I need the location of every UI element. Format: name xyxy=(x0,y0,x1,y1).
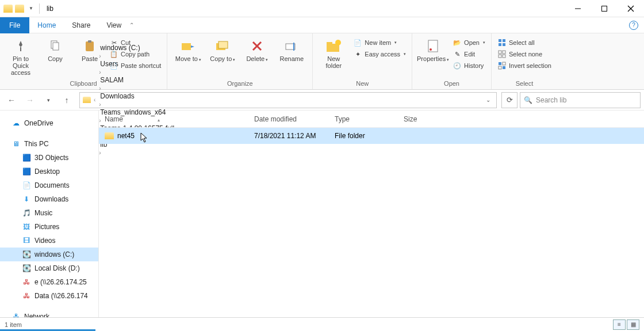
address-dropdown[interactable]: ⌄ xyxy=(482,97,494,103)
back-button[interactable]: ← xyxy=(3,92,20,108)
nav-item[interactable]: 🟦Desktop xyxy=(0,165,98,178)
nav-onedrive[interactable]: ☁OneDrive xyxy=(0,116,98,130)
svg-point-21 xyxy=(430,48,432,51)
share-tab[interactable]: Share xyxy=(64,17,98,33)
select-none-icon xyxy=(497,50,507,59)
nav-item[interactable]: 🎵Music xyxy=(0,206,98,220)
copy-icon xyxy=(47,38,63,54)
help-button[interactable]: ? xyxy=(629,21,638,30)
col-size[interactable]: Size xyxy=(404,115,450,123)
select-all-icon xyxy=(497,38,507,47)
maximize-button[interactable] xyxy=(591,0,618,17)
paste-icon xyxy=(82,38,98,54)
file-tab[interactable]: File xyxy=(0,17,29,33)
file-list: Name▴ Date modified Type Size net457/18/… xyxy=(99,111,644,317)
nav-item[interactable]: 💽windows (C:) xyxy=(0,248,98,261)
details-view-button[interactable]: ≡ xyxy=(613,319,626,330)
svg-rect-18 xyxy=(327,42,332,45)
nav-item[interactable]: 🖧Data (\\26.26.174 xyxy=(0,289,98,303)
nav-item[interactable]: 🎞Videos xyxy=(0,234,98,248)
file-row[interactable]: net457/18/2021 11:12 AMFile folder xyxy=(99,128,644,144)
new-item-button[interactable]: 📄New item▾ xyxy=(353,38,406,47)
nav-this-pc[interactable]: 🖥This PC xyxy=(0,137,98,151)
close-icon xyxy=(627,5,634,12)
chevron-right-icon[interactable]: › xyxy=(98,53,102,59)
select-all-button[interactable]: Select all xyxy=(497,38,551,47)
properties-button[interactable]: Properties▾ xyxy=(418,36,448,63)
folder-icon xyxy=(82,96,91,105)
delete-icon xyxy=(249,38,265,54)
nav-item[interactable]: 💽Local Disk (D:) xyxy=(0,261,98,275)
view-tab[interactable]: View xyxy=(98,17,129,33)
copy-to-button[interactable]: Copy to▾ xyxy=(208,36,237,63)
svg-rect-10 xyxy=(182,43,191,50)
svg-rect-25 xyxy=(503,43,505,46)
chevron-right-icon[interactable]: › xyxy=(98,69,102,75)
easy-access-button[interactable]: ✦Easy access▾ xyxy=(353,50,406,59)
delete-button[interactable]: Delete▾ xyxy=(242,36,272,63)
breadcrumb-segment[interactable]: Users xyxy=(98,60,177,68)
ribbon-group-open: Properties▾ 📂Open▾ ✎Edit 🕘History Open xyxy=(412,33,492,89)
breadcrumb-segment[interactable]: windows (C:) xyxy=(98,44,177,52)
window-title: lib xyxy=(43,5,53,13)
pin-quick-access-button[interactable]: Pin to Quick access xyxy=(6,36,36,76)
close-button[interactable] xyxy=(618,0,644,17)
group-label: Organize xyxy=(173,80,306,88)
chevron-right-icon[interactable]: › xyxy=(98,101,102,108)
nav-item[interactable]: 📄Documents xyxy=(0,178,98,192)
sort-indicator-icon: ▴ xyxy=(158,117,160,123)
chevron-right-icon[interactable]: › xyxy=(98,85,102,92)
rename-button[interactable]: Rename xyxy=(277,36,306,62)
folder-icon xyxy=(3,4,13,13)
refresh-button[interactable]: ⟳ xyxy=(501,92,518,108)
open-button[interactable]: 📂Open▾ xyxy=(453,38,485,47)
minimize-button[interactable] xyxy=(565,0,591,17)
address-bar[interactable]: ‹ windows (C:)›Users›SALAM›Downloads›Tea… xyxy=(79,92,497,108)
home-tab[interactable]: Home xyxy=(29,17,64,33)
select-none-button[interactable]: Select none xyxy=(497,50,551,59)
navigation-row: ← → ▾ ↑ ‹ windows (C:)›Users›SALAM›Downl… xyxy=(0,90,644,111)
edit-button[interactable]: ✎Edit xyxy=(453,50,485,59)
recent-dropdown[interactable]: ▾ xyxy=(40,92,56,108)
chevron-left-icon[interactable]: ‹ xyxy=(93,97,97,103)
nav-item-icon: 📄 xyxy=(22,181,31,190)
qat-dropdown[interactable]: ▼ xyxy=(26,6,36,11)
navigation-pane[interactable]: ☁OneDrive 🖥This PC 🟦3D Objects🟦Desktop📄D… xyxy=(0,111,99,317)
svg-rect-27 xyxy=(503,51,505,54)
thumbnails-view-button[interactable]: ▦ xyxy=(627,319,639,330)
collapse-ribbon-icon[interactable]: ⌃ xyxy=(129,22,134,28)
breadcrumb-segment[interactable]: Downloads xyxy=(98,92,177,100)
breadcrumb-segment[interactable]: SALAM xyxy=(98,76,177,84)
col-date[interactable]: Date modified xyxy=(254,115,335,123)
svg-rect-22 xyxy=(499,39,501,42)
svg-rect-7 xyxy=(53,43,59,50)
svg-rect-33 xyxy=(503,66,505,69)
col-name[interactable]: Name xyxy=(105,115,123,123)
svg-rect-29 xyxy=(503,55,505,58)
column-headers[interactable]: Name▴ Date modified Type Size xyxy=(99,111,644,128)
move-to-button[interactable]: Move to▾ xyxy=(173,36,203,63)
nav-item[interactable]: 🟦3D Objects xyxy=(0,151,98,165)
invert-selection-button[interactable]: Invert selection xyxy=(497,61,551,70)
separator xyxy=(39,3,40,14)
forward-button[interactable]: → xyxy=(22,92,38,108)
nav-item[interactable]: 🖧e (\\26.26.174.25 xyxy=(0,275,98,289)
pc-icon: 🖥 xyxy=(12,139,21,149)
search-input[interactable]: 🔍 Search lib xyxy=(520,92,641,108)
file-type: File folder xyxy=(335,132,404,140)
up-button[interactable]: ↑ xyxy=(59,92,75,108)
nav-item-icon: 🖧 xyxy=(22,291,31,300)
copy-button[interactable]: Copy xyxy=(40,36,70,62)
new-folder-button[interactable]: New folder xyxy=(319,36,348,69)
history-button[interactable]: 🕘History xyxy=(453,61,485,70)
col-type[interactable]: Type xyxy=(335,115,404,123)
ribbon-tabs: File Home Share View ⌃ ? xyxy=(0,17,644,33)
copy-to-icon xyxy=(214,38,231,54)
nav-item[interactable]: 🖼Pictures xyxy=(0,220,98,234)
nav-network[interactable]: 🖧Network xyxy=(0,310,98,317)
nav-item-icon: 🎵 xyxy=(22,208,31,218)
nav-item[interactable]: ⬇Downloads xyxy=(0,192,98,206)
svg-rect-23 xyxy=(503,39,505,42)
cloud-icon: ☁ xyxy=(12,119,21,128)
svg-rect-8 xyxy=(86,41,94,51)
